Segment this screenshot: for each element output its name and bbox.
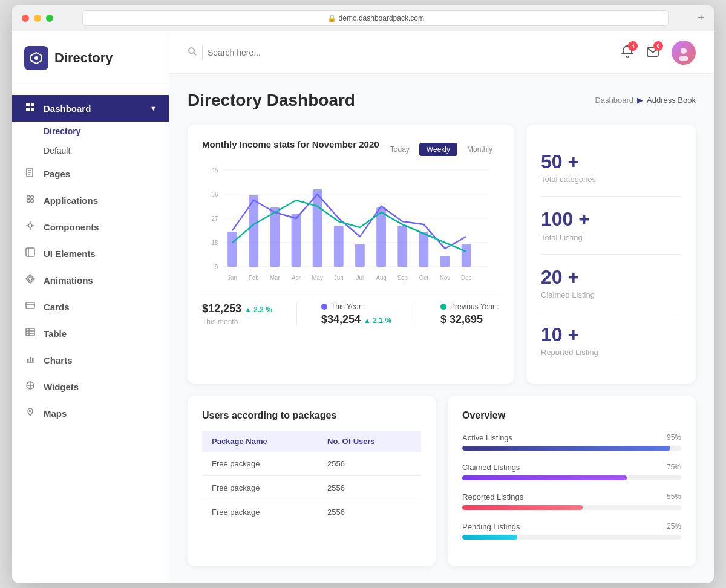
stat-claimed-listing-number: 20 + [541,267,681,288]
sidebar-item-components[interactable]: Components [12,214,169,240]
sidebar-logo: Directory [12,31,169,85]
row-users-2: 2556 [318,475,421,500]
overview-pending-label: Pending Listings [462,522,520,531]
add-tab-button[interactable]: + [698,11,704,24]
breadcrumb: Dashboard ▶ Address Book [595,96,696,105]
svg-rect-61 [419,232,428,267]
overview-reported-bar [462,505,583,510]
topbar: 4 0 [169,31,714,74]
svg-text:Sep: Sep [397,275,408,282]
chart-header: Monthly Income stats for November 2020 T… [202,139,500,159]
mail-button[interactable]: 0 [646,45,659,60]
svg-rect-5 [31,108,34,111]
stat-claimed-listing-desc: Claimed Listing [541,290,681,299]
maximize-dot[interactable] [46,15,53,22]
svg-point-1 [34,56,38,60]
svg-rect-60 [397,226,407,267]
svg-rect-30 [27,359,29,362]
svg-rect-57 [334,226,344,267]
svg-text:Oct: Oct [419,275,428,282]
logo-icon [24,46,48,70]
svg-point-10 [27,196,30,199]
overview-reported-label-row: Reported Listings 55% [462,492,681,501]
sidebar-item-dashboard[interactable]: Dashboard ▼ [12,95,169,122]
row-package-2: Free package [202,475,318,500]
svg-text:Jan: Jan [227,275,237,282]
svg-text:9: 9 [215,264,218,271]
stat-reported-listing-desc: Reported Listing [541,348,681,357]
col-package-name: Package Name [202,431,318,452]
widgets-label: Widgets [44,382,79,392]
row-package-3: Free package [202,500,318,524]
overview-title: Overview [462,410,681,421]
svg-rect-3 [31,103,34,106]
svg-rect-59 [376,207,386,267]
notification-badge: 4 [628,41,638,51]
overview-active-label-row: Active Listings 95% [462,433,681,442]
close-dot[interactable] [22,15,29,22]
overview-pending-pct: 25% [667,522,681,531]
svg-text:18: 18 [212,240,218,247]
packages-card: Users according to packages Package Name… [188,396,436,566]
sidebar-item-pages[interactable]: Pages [12,160,169,187]
svg-text:Jun: Jun [334,275,344,282]
notifications-button[interactable]: 4 [621,45,634,60]
ui-elements-icon [24,247,36,260]
svg-text:Mar: Mar [270,275,280,282]
subnav-directory[interactable]: Directory [12,122,169,141]
page-header: Directory Dashboard Dashboard ▶ Address … [188,91,696,110]
sidebar-item-table[interactable]: Table [12,320,169,347]
svg-point-14 [28,224,32,227]
svg-text:27: 27 [212,215,218,223]
svg-rect-62 [440,256,450,267]
main-content: 4 0 [169,31,714,583]
chart-card: Monthly Income stats for November 2020 T… [188,125,514,384]
stat-claimed-listing: 20 + Claimed Listing [541,255,681,312]
svg-rect-54 [270,207,280,267]
chart-filter-buttons: Today Weekly Monthly [383,143,500,156]
sidebar-item-widgets[interactable]: Widgets [12,373,169,400]
svg-line-38 [194,53,196,55]
overview-card: Overview Active Listings 95% [448,396,696,566]
filter-today[interactable]: Today [383,143,417,156]
chevron-down-icon: ▼ [150,105,157,112]
sidebar-item-animations[interactable]: Animations [12,267,169,293]
svg-point-36 [30,410,31,412]
charts-icon [24,354,36,366]
widgets-icon [24,381,36,393]
sidebar-item-ui-elements[interactable]: UI Elements [12,240,169,267]
svg-rect-31 [30,357,31,362]
sidebar-item-charts[interactable]: Charts [12,347,169,373]
sidebar-item-maps[interactable]: Maps [12,400,169,426]
lock-icon: 🔒 [327,14,336,22]
svg-rect-58 [355,244,365,267]
app-layout: Directory Dashboard ▼ [12,31,714,583]
overview-pending-track [462,535,681,540]
row-package-1: Free package [202,452,318,476]
search-input[interactable] [208,48,329,57]
address-bar[interactable]: 🔒 demo.dashboardpack.com [82,10,669,26]
animations-label: Animations [44,275,93,286]
overview-claimed-listings: Claimed Listings 75% [462,463,681,480]
svg-rect-19 [26,248,34,256]
logo-text: Directory [54,50,113,66]
avatar[interactable] [672,41,696,65]
this-year-legend-label: This Year : [331,302,365,311]
svg-rect-32 [32,358,34,362]
svg-rect-25 [26,328,34,336]
stat-categories-desc: Total categories [541,175,681,184]
minimize-dot[interactable] [34,15,41,22]
overview-reported-track [462,505,681,510]
this-month-value: $12,253 ▲ 2.2 % [202,302,272,315]
sidebar-item-applications[interactable]: Applications [12,187,169,214]
filter-monthly[interactable]: Monthly [460,143,500,156]
svg-point-40 [681,48,687,54]
filter-weekly[interactable]: Weekly [419,143,457,156]
sidebar-item-cards[interactable]: Cards [12,293,169,320]
svg-rect-63 [462,244,471,267]
animations-icon [24,274,36,286]
overview-claimed-pct: 75% [667,463,681,472]
subnav-default[interactable]: Default [12,141,169,160]
svg-point-11 [31,196,34,199]
overview-active-listings: Active Listings 95% [462,433,681,451]
